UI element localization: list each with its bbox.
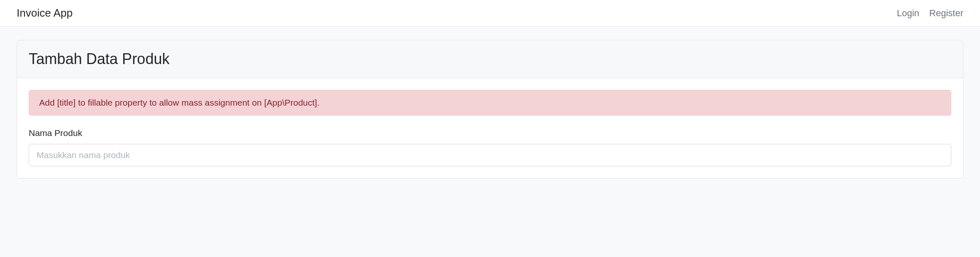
alert-error: Add [title] to fillable property to allo… [29, 90, 951, 116]
card: Tambah Data Produk Add [title] to fillab… [17, 40, 963, 178]
card-body: Add [title] to fillable property to allo… [17, 78, 963, 178]
page-title: Tambah Data Produk [29, 50, 951, 68]
navbar: Invoice App Login Register [0, 0, 980, 27]
main-container: Tambah Data Produk Add [title] to fillab… [0, 27, 980, 192]
navbar-nav: Login Register [897, 8, 963, 19]
product-name-input[interactable] [29, 144, 951, 166]
nav-link-login[interactable]: Login [897, 8, 919, 19]
nav-link-register[interactable]: Register [929, 8, 963, 19]
navbar-brand[interactable]: Invoice App [17, 7, 72, 20]
card-header: Tambah Data Produk [17, 40, 963, 78]
product-name-label: Nama Produk [29, 128, 951, 138]
